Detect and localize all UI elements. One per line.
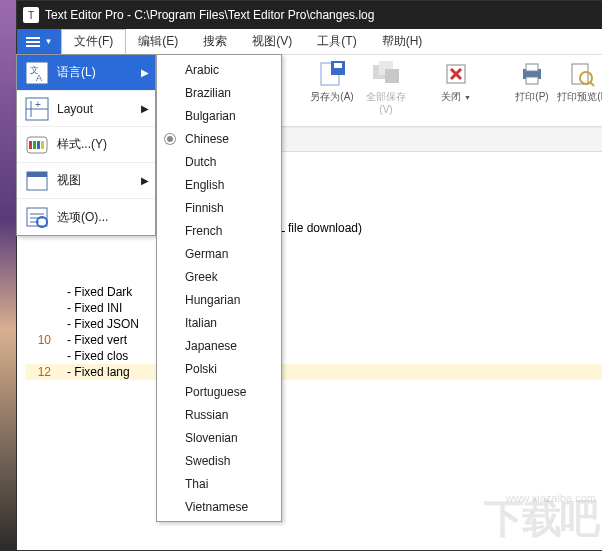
menu-5[interactable]: 帮助(H) xyxy=(370,29,436,54)
menu-2[interactable]: 搜索 xyxy=(191,29,240,54)
menu-item-icon: 文A xyxy=(23,59,51,87)
toolbar-关闭[interactable]: 关闭 ▼ xyxy=(431,61,481,104)
svg-line-14 xyxy=(590,82,594,86)
chevron-right-icon: ▶ xyxy=(141,175,149,186)
language-label: Portuguese xyxy=(185,385,246,399)
language-label: Japanese xyxy=(185,339,237,353)
menu-item-label: 语言(L) xyxy=(57,64,141,81)
file-menu-item-2[interactable]: 样式...(Y) xyxy=(17,127,155,163)
line-number: 10 xyxy=(25,332,51,348)
toolbar-打印(P)[interactable]: 打印(P) xyxy=(507,61,557,104)
radio-selected-icon xyxy=(165,134,175,144)
language-option-english[interactable]: English xyxy=(157,173,281,196)
editor-line xyxy=(25,269,57,283)
chevron-down-icon: ▼ xyxy=(45,37,53,46)
menu-item-label: 视图 xyxy=(57,172,141,189)
decorative-left-strip xyxy=(0,0,16,551)
language-option-italian[interactable]: Italian xyxy=(157,311,281,334)
menu-item-icon: + xyxy=(23,95,51,123)
titlebar[interactable]: T Text Editor Pro - C:\Program Files\Tex… xyxy=(17,1,602,29)
menu-1[interactable]: 编辑(E) xyxy=(126,29,191,54)
language-option-arabic[interactable]: Arabic xyxy=(157,58,281,81)
language-option-hungarian[interactable]: Hungarian xyxy=(157,288,281,311)
menu-item-icon xyxy=(23,203,51,231)
app-icon: T xyxy=(23,7,39,23)
language-label: Bulgarian xyxy=(185,109,236,123)
toolbar-另存为(A)[interactable]: 另存为(A) xyxy=(307,61,357,104)
window-title: Text Editor Pro - C:\Program Files\Text … xyxy=(45,8,374,22)
toolbar-全部保存(V): 全部保存(V) xyxy=(361,61,411,115)
toolbar-label: 全部保存(V) xyxy=(366,91,406,115)
language-label: Vietnamese xyxy=(185,500,248,514)
language-option-french[interactable]: French xyxy=(157,219,281,242)
toolbar-label: 关闭 ▼ xyxy=(441,91,471,102)
language-label: German xyxy=(185,247,228,261)
svg-rect-24 xyxy=(33,141,36,149)
svg-text:A: A xyxy=(36,73,42,83)
language-option-vietnamese[interactable]: Vietnamese xyxy=(157,495,281,518)
hamburger-icon xyxy=(26,35,40,49)
app-menu-button[interactable]: ▼ xyxy=(17,29,61,54)
language-label: Russian xyxy=(185,408,228,422)
svg-rect-11 xyxy=(526,77,538,84)
toolbar-打印预览(I)[interactable]: 打印预览(I) xyxy=(557,61,602,104)
editor-line: - Fixed Dark xyxy=(25,285,132,299)
language-option-german[interactable]: German xyxy=(157,242,281,265)
language-option-chinese[interactable]: Chinese xyxy=(157,127,281,150)
svg-rect-26 xyxy=(41,141,44,149)
toolbar-label: 另存为(A) xyxy=(310,91,353,102)
toolbar-icon xyxy=(319,61,345,87)
line-number: 12 xyxy=(25,364,51,380)
file-menu-item-3[interactable]: 视图▶ xyxy=(17,163,155,199)
language-option-russian[interactable]: Russian xyxy=(157,403,281,426)
language-label: Dutch xyxy=(185,155,216,169)
file-menu-dropdown[interactable]: 文A语言(L)▶+Layout▶样式...(Y)视图▶选项(O)... xyxy=(16,54,156,236)
language-option-polski[interactable]: Polski xyxy=(157,357,281,380)
language-option-dutch[interactable]: Dutch xyxy=(157,150,281,173)
toolbar-icon xyxy=(519,61,545,87)
language-option-slovenian[interactable]: Slovenian xyxy=(157,426,281,449)
language-option-finnish[interactable]: Finnish xyxy=(157,196,281,219)
toolbar-icon xyxy=(443,61,469,87)
menu-item-label: 选项(O)... xyxy=(57,209,149,226)
menu-4[interactable]: 工具(T) xyxy=(305,29,369,54)
svg-rect-2 xyxy=(334,63,342,68)
svg-rect-10 xyxy=(526,64,538,71)
language-option-japanese[interactable]: Japanese xyxy=(157,334,281,357)
toolbar-icon xyxy=(569,61,595,87)
svg-rect-5 xyxy=(385,69,399,83)
svg-rect-25 xyxy=(37,141,40,149)
menu-item-icon xyxy=(23,167,51,195)
language-label: Italian xyxy=(185,316,217,330)
toolbar-icon xyxy=(373,61,399,87)
svg-rect-23 xyxy=(29,141,32,149)
language-option-brazilian[interactable]: Brazilian xyxy=(157,81,281,104)
language-label: Greek xyxy=(185,270,218,284)
language-label: Arabic xyxy=(185,63,219,77)
language-option-swedish[interactable]: Swedish xyxy=(157,449,281,472)
menu-item-icon xyxy=(23,131,51,159)
menu-item-label: 样式...(Y) xyxy=(57,136,149,153)
toolbar-label: 打印(P) xyxy=(515,91,548,102)
file-menu-item-0[interactable]: 文A语言(L)▶ xyxy=(17,55,155,91)
language-label: Thai xyxy=(185,477,208,491)
language-submenu[interactable]: ArabicBrazilianBulgarianChineseDutchEngl… xyxy=(156,54,282,522)
menu-0[interactable]: 文件(F) xyxy=(61,29,126,54)
language-label: English xyxy=(185,178,224,192)
file-menu-item-1[interactable]: +Layout▶ xyxy=(17,91,155,127)
menu-3[interactable]: 视图(V) xyxy=(240,29,305,54)
language-label: Slovenian xyxy=(185,431,238,445)
language-option-thai[interactable]: Thai xyxy=(157,472,281,495)
editor-line: - Fixed INI xyxy=(25,301,126,315)
chevron-right-icon: ▶ xyxy=(141,67,149,78)
chevron-right-icon: ▶ xyxy=(141,103,149,114)
language-label: Polski xyxy=(185,362,217,376)
editor-line: - Fixed JSON xyxy=(25,317,139,331)
language-label: Finnish xyxy=(185,201,224,215)
language-option-bulgarian[interactable]: Bulgarian xyxy=(157,104,281,127)
language-option-greek[interactable]: Greek xyxy=(157,265,281,288)
language-option-portuguese[interactable]: Portuguese xyxy=(157,380,281,403)
language-label: Hungarian xyxy=(185,293,240,307)
file-menu-item-4[interactable]: 选项(O)... xyxy=(17,199,155,235)
language-label: Chinese xyxy=(185,132,229,146)
